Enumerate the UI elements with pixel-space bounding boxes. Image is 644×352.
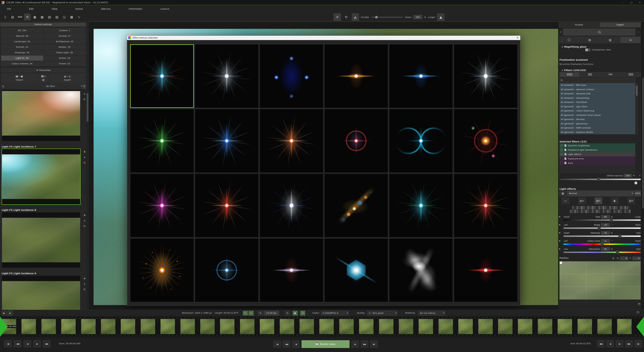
zoom-larger-button[interactable]: ▲ xyxy=(437,13,444,21)
effect-tile-gold-blue-bokeh-streak[interactable] xyxy=(324,174,388,237)
timeline-frame[interactable] xyxy=(438,319,453,334)
comparison-toggle[interactable] xyxy=(585,48,590,51)
refresh-icon[interactable]: ↻ xyxy=(83,98,86,101)
texture-thumbnail[interactable] xyxy=(605,206,606,209)
favourite-star-icon[interactable]: ★ xyxy=(83,277,86,280)
expand-arrow-icon[interactable]: ▶ xyxy=(559,232,560,234)
timeline-frame[interactable] xyxy=(300,319,314,334)
texture-thumbnail[interactable] xyxy=(590,210,591,213)
crosshair-icon[interactable] xyxy=(612,257,614,260)
texture-thumbnail[interactable] xyxy=(616,206,618,209)
selected-filter-dynamic-brightness[interactable]: ✓Dynamic brightness xyxy=(560,143,635,148)
texture-thumbnail[interactable] xyxy=(614,206,615,209)
effect-tile-orange-firework-burst[interactable] xyxy=(130,238,194,302)
info-button[interactable]: ⓘ xyxy=(300,311,305,316)
global-opacity-slider[interactable] xyxy=(560,179,641,180)
timeline-frame[interactable] xyxy=(101,319,116,334)
filter-list-scrollbar[interactable] xyxy=(636,83,638,134)
texture-thumbnail[interactable] xyxy=(618,210,620,213)
skip-to-end-button[interactable]: ▶| xyxy=(634,340,642,347)
texture-thumbnail[interactable] xyxy=(578,206,580,209)
view-mode-2-button[interactable] xyxy=(580,72,600,77)
email-button[interactable]: @ xyxy=(38,73,49,83)
raw-icon[interactable]: RAW xyxy=(17,13,23,20)
texture-thumbnail[interactable] xyxy=(622,206,624,209)
tab-expert[interactable]: Expert xyxy=(600,22,641,27)
effect-tile-magenta-starburst[interactable] xyxy=(130,174,194,237)
texture-thumbnail[interactable] xyxy=(587,206,589,209)
texture-thumbnail[interactable] xyxy=(578,210,580,213)
filter-item-ai-general-colour-balancing[interactable]: AI (general) – colour balancing xyxy=(560,109,635,113)
timeline-frame[interactable] xyxy=(121,319,135,334)
timeline-frame[interactable] xyxy=(518,319,532,334)
batch-icon[interactable]: ▩ xyxy=(68,13,75,20)
selected-filter-aura[interactable]: Aura xyxy=(560,161,635,165)
texture-thumbnail[interactable] xyxy=(598,206,600,209)
menu-information[interactable]: Information xyxy=(129,7,142,10)
slider-knob[interactable] xyxy=(616,251,619,253)
filter-dropdown[interactable]: - No filter - xyxy=(43,84,83,88)
dialog-close-icon[interactable]: ✕ xyxy=(516,36,518,39)
slider-knob[interactable] xyxy=(618,235,622,237)
effect-tile-cyan-crescent-flare[interactable] xyxy=(389,109,453,173)
filter-item-ai-artwork-abstract-contour[interactable]: AI (artwork) – abstract contour xyxy=(560,87,635,92)
texture-thumbnail[interactable] xyxy=(600,206,602,209)
slider-track[interactable] xyxy=(564,244,641,245)
fast-rewind-button[interactable]: ◀◀ xyxy=(283,341,290,348)
effect-tile-cyan-hex-flare[interactable] xyxy=(324,238,388,302)
fast-forward-button[interactable]: ▶▶ xyxy=(361,341,368,348)
effect-tile-violet-streak-flare[interactable] xyxy=(260,238,323,302)
texture-thumbnail[interactable] xyxy=(574,206,576,209)
slider-knob[interactable] xyxy=(597,178,600,181)
add-texture-button[interactable]: ▤+ xyxy=(578,198,586,204)
gradient-button[interactable]: ◧ xyxy=(611,198,618,204)
slider-value-field[interactable]: -13 xyxy=(601,223,610,227)
tab-finalise[interactable]: Finalise xyxy=(559,22,599,27)
timeline-frame[interactable] xyxy=(538,319,552,334)
filter-item-ai-artwork-80s-neon[interactable]: AI (artwork) – 80s neon xyxy=(560,83,635,87)
effect-tile-teal-orange-starburst[interactable] xyxy=(130,44,194,108)
texture-thumbnail[interactable] xyxy=(585,210,587,213)
texture-thumbnail[interactable] xyxy=(618,206,620,209)
texture-thumbnail[interactable] xyxy=(576,210,578,213)
timeline-frame[interactable] xyxy=(418,319,433,334)
add-icon[interactable]: + xyxy=(83,283,86,286)
effect-tile-white-cross-star[interactable] xyxy=(454,44,518,108)
expand-arrow-icon[interactable]: ▶ xyxy=(559,240,560,242)
filter-item-ai-general-hdr-contrast[interactable]: AI (general) – HDR contrast xyxy=(560,126,635,130)
expand-arrow-icon[interactable]: ▶ xyxy=(559,248,560,250)
category-artistic-32[interactable]: Artistic: 32 xyxy=(44,44,86,50)
new-project-icon[interactable]: ▯ xyxy=(2,13,8,20)
texture-thumbnail[interactable] xyxy=(607,206,609,209)
slider-track[interactable] xyxy=(564,219,641,221)
texture-thumbnail[interactable] xyxy=(594,206,596,209)
timeline-frame[interactable] xyxy=(81,319,96,334)
texture-thumbnail[interactable] xyxy=(609,206,611,209)
render-video-button[interactable]: Render video xyxy=(302,340,350,348)
texture-thumbnail[interactable] xyxy=(600,210,602,213)
effect-tile-red-gold-star[interactable] xyxy=(454,174,518,237)
dialog-titlebar[interactable]: Effect texture selection ✕ xyxy=(127,36,520,40)
category-custom-1[interactable]: Custom: 1 xyxy=(44,28,86,33)
zoom-slider-knob[interactable] xyxy=(375,16,378,18)
texture-thumbnail[interactable] xyxy=(616,210,618,213)
texture-thumbnail[interactable] xyxy=(620,206,622,209)
category-surreal-17[interactable]: Surreal: 17 xyxy=(44,33,86,38)
refresh-fps-icon[interactable]: ↻ xyxy=(258,311,263,316)
category-architecture-20[interactable]: Architecture: 20 xyxy=(44,39,86,44)
checkbox-icon[interactable]: ✓ xyxy=(560,149,563,151)
edit-texture-button[interactable]: ▧↻ xyxy=(595,198,602,204)
import-button[interactable]: → Import xyxy=(1,73,38,83)
effect-opacity-spinner[interactable]: 100% xyxy=(634,191,641,196)
timeline-frame[interactable] xyxy=(498,319,512,334)
timeline-frame[interactable] xyxy=(359,319,374,334)
texture-thumbnail[interactable] xyxy=(596,206,598,209)
texture-thumbnail[interactable] xyxy=(629,206,630,209)
step-forward-button[interactable]: ▶ xyxy=(616,340,623,347)
effect-tile-white-blue-star[interactable] xyxy=(260,174,323,237)
view-mode-1-button[interactable] xyxy=(560,72,580,77)
effect-tile-blue-lens-streak[interactable] xyxy=(389,44,453,108)
slider-knob[interactable] xyxy=(600,243,604,245)
step-forward-button[interactable]: ▶ xyxy=(352,341,359,348)
preset-search-input[interactable] xyxy=(1,84,42,88)
